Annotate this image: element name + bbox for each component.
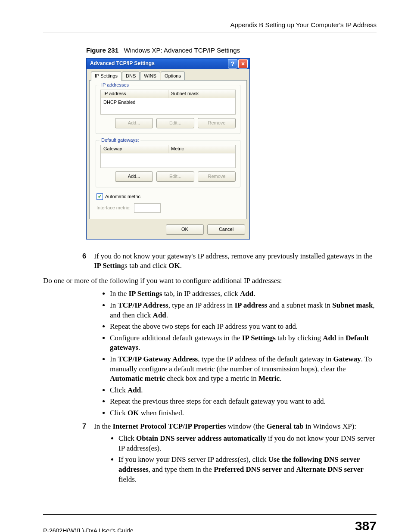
gw-edit-button[interactable]: Edit... (156, 171, 194, 182)
running-header: Appendix B Setting up Your Computer's IP… (43, 21, 377, 32)
list-item: Configure additional default gateways in… (110, 333, 377, 353)
step-6-text: If you do not know your gateway's IP add… (94, 252, 377, 271)
gw-list-header: Gateway Metric (101, 145, 235, 153)
dialog-title: Advanced TCP/IP Settings (90, 60, 227, 67)
list-item: In the IP Settings tab, in IP addresses,… (110, 289, 377, 299)
page-footer: P-2602H(W)(L)-DxA User's Guide 387 (43, 514, 377, 532)
step-number-7: 7 (43, 422, 94, 432)
intro-paragraph: Do one or more of the following if you w… (43, 276, 377, 286)
figure-title: Windows XP: Advanced TCP/IP Settings (124, 47, 240, 54)
interface-metric-row: Interface metric: (97, 203, 240, 213)
help-icon[interactable]: ? (228, 59, 237, 68)
step-7-text: In the Internet Protocol TCP/IP Properti… (94, 422, 377, 432)
gw-add-button[interactable]: Add... (115, 171, 153, 182)
cancel-button[interactable]: Cancel (207, 224, 245, 235)
col-metric[interactable]: Metric (168, 146, 235, 152)
bullet-list-1: In the IP Settings tab, in IP addresses,… (43, 289, 377, 418)
automatic-metric-row: ✔ Automatic metric (97, 193, 240, 200)
ip-listbox[interactable]: IP address Subnet mask DHCP Enabled (100, 90, 236, 115)
tab-dns[interactable]: DNS (122, 72, 140, 80)
tabstrip: IP Settings DNS WINS Options (87, 69, 249, 80)
ip-edit-button[interactable]: Edit... (156, 118, 194, 128)
tab-ip-settings[interactable]: IP Settings (91, 72, 121, 81)
automatic-metric-label: Automatic metric (105, 193, 140, 200)
list-item: If you know your DNS server IP address(e… (118, 455, 377, 484)
tab-wins[interactable]: WINS (140, 72, 160, 80)
list-item: Click Obtain DNS server address automati… (118, 434, 377, 453)
footer-page-number: 387 (355, 517, 377, 532)
interface-metric-input[interactable] (134, 203, 161, 213)
ip-list-header: IP address Subnet mask (101, 90, 235, 98)
group-legend-ip: IP addresses (100, 82, 131, 88)
gw-listbox[interactable]: Gateway Metric (100, 145, 236, 168)
col-ip-address[interactable]: IP address (101, 90, 168, 98)
col-gateway[interactable]: Gateway (101, 145, 168, 153)
footer-guide-name: P-2602H(W)(L)-DxA User's Guide (43, 527, 134, 532)
step-number-6: 6 (43, 252, 94, 271)
group-ip-addresses: IP addresses IP address Subnet mask DHCP… (96, 85, 240, 134)
close-icon[interactable]: × (238, 59, 248, 68)
interface-metric-label: Interface metric: (97, 205, 131, 211)
bullet-list-2: Click Obtain DNS server address automati… (43, 434, 377, 484)
ok-button[interactable]: OK (166, 224, 204, 235)
group-legend-gw: Default gateways: (100, 137, 140, 143)
list-item: In TCP/IP Address, type an IP address in… (110, 301, 377, 320)
list-item: Repeat the previous three steps for each… (110, 397, 377, 407)
ip-list-row[interactable]: DHCP Enabled (101, 98, 235, 106)
gw-remove-button[interactable]: Remove (198, 171, 236, 182)
dialog-footer: OK Cancel (87, 222, 249, 239)
list-item: Repeat the above two steps for each IP a… (110, 322, 377, 332)
dialog-titlebar[interactable]: Advanced TCP/IP Settings ? × (87, 59, 249, 69)
figure-number: Figure 231 (86, 47, 118, 54)
dialog-advanced-tcpip: Advanced TCP/IP Settings ? × IP Settings… (86, 58, 250, 240)
automatic-metric-checkbox[interactable]: ✔ (97, 193, 103, 200)
tab-panel: IP addresses IP address Subnet mask DHCP… (89, 80, 247, 219)
col-subnet-mask[interactable]: Subnet mask (168, 90, 235, 97)
ip-remove-button[interactable]: Remove (198, 118, 236, 128)
list-item: Click Add. (110, 386, 377, 395)
tab-options[interactable]: Options (161, 72, 185, 80)
list-item: Click OK when finished. (110, 408, 377, 418)
list-item: In TCP/IP Gateway Address, type the IP a… (110, 355, 377, 384)
figure-caption: Figure 231 Windows XP: Advanced TCP/IP S… (86, 46, 377, 55)
group-default-gateways: Default gateways: Gateway Metric Add... … (96, 140, 240, 187)
ip-add-button[interactable]: Add... (115, 118, 153, 128)
